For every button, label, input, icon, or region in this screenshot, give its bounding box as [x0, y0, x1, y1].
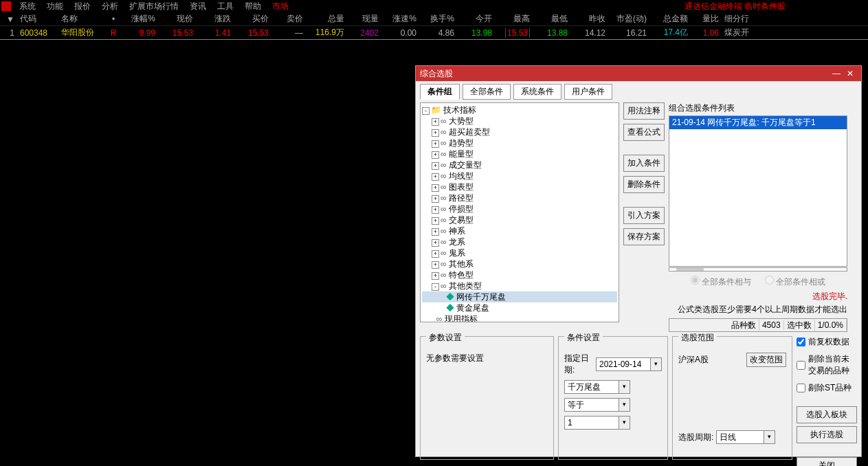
to-block-button[interactable]: 选股入板块	[797, 406, 857, 423]
condition-scrollbar[interactable]	[669, 267, 847, 271]
radio-and[interactable]: 全部条件相与	[691, 276, 751, 288]
col-pe[interactable]: 市盈(动)	[608, 13, 649, 25]
tree-group[interactable]: +∞ 均线型	[422, 170, 617, 181]
chk-excl-nt[interactable]: 剔除当前未 交易的品种	[797, 353, 857, 377]
tree-group-current[interactable]: ∞ 现用指标	[422, 313, 617, 322]
selected-label: 选中数	[784, 320, 815, 331]
action-buttons: 用法注释 查看公式 加入条件 删除条件 引入方案 保存方案	[623, 102, 665, 332]
cell-ratio: 1.06	[691, 28, 722, 38]
menu-analysis[interactable]: 分析	[96, 1, 124, 12]
table-row[interactable]: 1 600348 华阳股份 R 9.99 15.53 1.41 15.53 — …	[0, 26, 868, 40]
field-select[interactable]: ▾	[564, 380, 630, 394]
tab-user-conditions[interactable]: 用户条件	[564, 84, 612, 100]
delete-condition-button[interactable]: 删除条件	[623, 176, 665, 193]
col-speed[interactable]: 涨速%	[381, 13, 419, 25]
menu-tools[interactable]: 工具	[212, 1, 239, 12]
chevron-down-icon[interactable]: ▾	[651, 357, 662, 371]
change-scope-button[interactable]: 改变范围	[746, 353, 786, 367]
tree-group[interactable]: +∞ 停损型	[422, 203, 617, 214]
tree-group[interactable]: +∞ 图表型	[422, 181, 617, 192]
tree-group[interactable]: +∞ 其他系	[422, 258, 617, 269]
col-name[interactable]: 名称	[58, 13, 107, 25]
cell-code: 600348	[17, 28, 58, 38]
date-input[interactable]: ▾	[596, 357, 662, 371]
menu-help[interactable]: 帮助	[239, 1, 267, 12]
condition-item[interactable]: 21-09-14 网传千万尾盘: 千万尾盘等于1	[669, 116, 847, 129]
dialog-title: 综合选股	[420, 68, 830, 80]
tab-condition-group[interactable]: 条件组	[420, 84, 460, 100]
chevron-down-icon[interactable]: ▾	[619, 398, 630, 412]
menu-market[interactable]: 市场	[267, 1, 294, 12]
col-open[interactable]: 今开	[457, 13, 495, 25]
col-amt[interactable]: 总金额	[649, 13, 691, 25]
add-condition-button[interactable]: 加入条件	[623, 155, 665, 172]
tree-group[interactable]: +∞ 超买超卖型	[422, 126, 617, 137]
chevron-down-icon[interactable]: ▾	[764, 430, 775, 444]
col-pct[interactable]: 涨幅%	[120, 13, 158, 25]
tree-group[interactable]: +∞ 趋势型	[422, 137, 617, 148]
col-now[interactable]: 现量	[347, 13, 381, 25]
col-buy[interactable]: 买价	[234, 13, 271, 25]
col-mark[interactable]: •	[107, 14, 120, 24]
tree-group[interactable]: +∞ 能量型	[422, 148, 617, 159]
tree-root[interactable]: -📁 技术指标	[422, 104, 617, 115]
chevron-down-icon[interactable]: ▾	[619, 416, 630, 430]
col-sort-icon[interactable]: ▼	[0, 14, 17, 24]
cell-turn: 4.86	[419, 28, 457, 38]
tree-leaf-huangjin[interactable]: ◆ 黄金尾盘	[422, 302, 617, 313]
tree-leaf-wangchuan[interactable]: ◆ 网传千万尾盘	[422, 291, 617, 302]
info-text: 公式类选股至少需要4个以上周期数据才能选出	[669, 304, 847, 315]
save-plan-button[interactable]: 保存方案	[623, 228, 665, 245]
col-low[interactable]: 最低	[533, 13, 570, 25]
import-plan-button[interactable]: 引入方案	[623, 207, 665, 224]
col-turn[interactable]: 换手%	[419, 13, 457, 25]
table-header: ▼ 代码 名称 • 涨幅% 现价 涨跌 买价 卖价 总量 现量 涨速% 换手% …	[0, 12, 868, 26]
chk-excl-st[interactable]: 剔除ST品种	[797, 382, 857, 394]
menubar: 系统 功能 报价 分析 扩展市场行情 资讯 工具 帮助 市场 通达信金融终端 临…	[0, 0, 868, 12]
indicator-tree[interactable]: -📁 技术指标 +∞ 大势型+∞ 超买超卖型+∞ 趋势型+∞ 能量型+∞ 成交量…	[420, 102, 619, 322]
period-select[interactable]: ▾	[716, 430, 775, 444]
run-button[interactable]: 执行选股	[797, 426, 857, 443]
menu-news[interactable]: 资讯	[184, 1, 212, 12]
tree-group[interactable]: +∞ 大势型	[422, 115, 617, 126]
col-vol[interactable]: 总量	[306, 13, 347, 25]
radio-or[interactable]: 全部条件相或	[765, 276, 825, 288]
col-sell[interactable]: 卖价	[271, 13, 306, 25]
tree-group[interactable]: +∞ 鬼系	[422, 247, 617, 258]
tree-group[interactable]: +∞ 路径型	[422, 192, 617, 203]
close-icon[interactable]: ✕	[843, 69, 857, 78]
tree-group[interactable]: +∞ 龙系	[422, 236, 617, 247]
minimize-icon[interactable]: —	[830, 69, 843, 78]
chk-fq[interactable]: 前复权数据	[797, 336, 857, 348]
scope-fieldset: 选股范围 沪深A股 改变范围 选股周期: ▾	[672, 336, 792, 460]
tree-group-other-type[interactable]: -∞ 其他类型	[422, 280, 617, 291]
col-code[interactable]: 代码	[17, 13, 58, 25]
cell-speed: 0.00	[381, 28, 419, 38]
view-formula-button[interactable]: 查看公式	[623, 124, 665, 141]
chevron-down-icon[interactable]: ▾	[619, 380, 630, 394]
tree-group[interactable]: +∞ 交易型	[422, 214, 617, 225]
value-input[interactable]: ▾	[564, 416, 630, 430]
col-high[interactable]: 最高	[495, 13, 533, 25]
col-price[interactable]: 现价	[158, 13, 196, 25]
operator-select[interactable]: ▾	[564, 398, 630, 412]
col-diff[interactable]: 涨跌	[196, 13, 234, 25]
col-ratio[interactable]: 量比	[691, 13, 722, 25]
tree-group[interactable]: +∞ 特色型	[422, 269, 617, 280]
usage-button[interactable]: 用法注释	[623, 102, 665, 120]
date-label: 指定日期:	[564, 353, 593, 376]
menu-ext[interactable]: 扩展市场行情	[124, 1, 184, 12]
menu-system[interactable]: 系统	[14, 1, 41, 12]
cell-close: 14.12	[570, 28, 608, 38]
col-ind[interactable]: 细分行	[722, 13, 749, 25]
menu-func[interactable]: 功能	[41, 1, 69, 12]
tree-group[interactable]: +∞ 神系	[422, 225, 617, 236]
condition-list[interactable]: 21-09-14 网传千万尾盘: 千万尾盘等于1	[669, 115, 847, 267]
close-button[interactable]: 关闭	[797, 457, 857, 466]
menu-quote[interactable]: 报价	[69, 1, 96, 12]
tab-system-conditions[interactable]: 系统条件	[513, 84, 561, 100]
col-close[interactable]: 昨收	[570, 13, 608, 25]
tree-group[interactable]: +∞ 成交量型	[422, 159, 617, 170]
dialog-titlebar[interactable]: 综合选股 — ✕	[416, 66, 861, 81]
tab-all-conditions[interactable]: 全部条件	[463, 84, 511, 100]
